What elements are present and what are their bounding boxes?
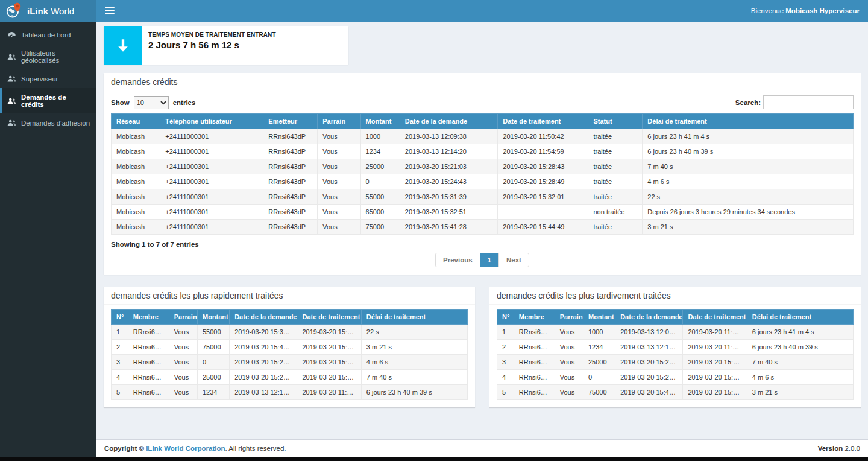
table-header-row: N°MembreParrainMontantDate de la demande… <box>112 310 468 325</box>
column-header[interactable]: Membre <box>514 310 555 325</box>
column-header[interactable]: Montant <box>360 114 400 129</box>
table-cell: 3 m 21 s <box>643 220 854 235</box>
column-header[interactable]: Date de traitement <box>683 310 747 325</box>
sidebar-item-utilisateurs-geolocalises[interactable]: Utilisateurs géolocalisés <box>0 44 96 69</box>
column-header[interactable]: Date de traitement <box>498 114 588 129</box>
footer: Copyright © iLink World Corporation. All… <box>96 439 868 457</box>
table-cell: 25000 <box>360 159 400 174</box>
table-cell: Mobicash <box>112 144 160 159</box>
table-cell: 7 m 40 s <box>361 370 467 385</box>
table-cell: 4 <box>497 370 514 385</box>
table-cell: 2019-03-20 15:32:01 <box>498 189 588 205</box>
sidebar-item-tableau-de-bord[interactable]: Tableau de bord <box>0 25 96 44</box>
rapidement-traitees-table: N°MembreParrainMontantDate de la demande… <box>111 309 468 400</box>
table-cell: 2019-03-20 15:31:39 <box>400 189 497 205</box>
panel-tardivement-traitees: demandes crédits les plus tardivement tr… <box>489 287 861 407</box>
panel-title: demandes crédits les plus tardivement tr… <box>489 287 861 305</box>
table-cell: 2019-03-20 15:28:49 <box>297 355 361 370</box>
table-cell: 0 <box>197 355 229 370</box>
table-cell: RRnsi643dP <box>128 325 169 340</box>
table-cell: Vous <box>318 220 360 235</box>
column-header[interactable]: Date de la demande <box>400 114 497 129</box>
sidebar-item-superviseur[interactable]: Superviseur <box>0 69 96 88</box>
table-cell: 75000 <box>197 340 229 355</box>
table-cell <box>498 205 588 220</box>
column-header[interactable]: Réseau <box>112 114 160 129</box>
column-header[interactable]: Statut <box>588 114 643 129</box>
table-cell: 2019-03-20 15:28:43 <box>683 355 747 370</box>
brand-logo[interactable]: iLink World <box>0 0 96 22</box>
column-header[interactable]: N° <box>497 310 514 325</box>
table-cell: RRnsi643dP <box>514 340 555 355</box>
column-header[interactable]: Délai de traitement <box>643 114 854 129</box>
table-cell: traitée <box>588 189 643 205</box>
column-header[interactable]: Parrain <box>318 114 360 129</box>
table-cell: 25000 <box>197 370 229 385</box>
table-cell: 2019-03-20 15:32:01 <box>297 325 361 340</box>
table-cell: RRnsi643dP <box>263 189 318 205</box>
table-row: Mobicash+24111000301RRnsi643dPVous550002… <box>112 189 854 205</box>
table-cell: 2019-03-20 11:54:59 <box>297 385 361 400</box>
entries-label: entries <box>173 99 196 106</box>
tardivement-traitees-table: N°MembreParrainMontantDate de la demande… <box>497 309 854 400</box>
table-cell: Vous <box>555 325 583 340</box>
column-header[interactable]: Membre <box>128 310 169 325</box>
table-cell: 2019-03-13 12:14:20 <box>400 144 497 159</box>
table-row: Mobicash+24111000301RRnsi643dPVous650002… <box>112 205 854 220</box>
company-link[interactable]: iLink World Corporation <box>146 445 225 452</box>
table-cell: RRnsi643dP <box>263 174 318 189</box>
table-header-row: N°MembreParrainMontantDate de la demande… <box>497 310 854 325</box>
table-cell: 0 <box>360 174 400 189</box>
table-cell: 2019-03-20 15:31:39 <box>230 325 297 340</box>
table-cell: RRnsi643dP <box>263 159 318 174</box>
table-cell: 2019-03-20 15:21:03 <box>230 370 297 385</box>
column-header[interactable]: Date de la demande <box>230 310 297 325</box>
table-cell: Vous <box>555 340 583 355</box>
table-cell: Mobicash <box>112 159 160 174</box>
table-cell: RRnsi643dP <box>514 325 555 340</box>
table-cell: RRnsi643dP <box>514 355 555 370</box>
globe-pin-icon <box>5 2 22 19</box>
table-cell: Vous <box>169 355 197 370</box>
table-cell: 2019-03-20 15:24:43 <box>615 370 683 385</box>
column-header[interactable]: Délai de traitement <box>747 310 853 325</box>
table-cell: 2019-03-20 11:54:59 <box>498 144 588 159</box>
table-cell: RRnsi643dP <box>128 370 169 385</box>
table-cell: 2019-03-20 15:24:43 <box>400 174 497 189</box>
column-header[interactable]: Date de la demande <box>615 310 683 325</box>
table-cell: RRnsi643dP <box>263 205 318 220</box>
table-cell: 2019-03-13 12:09:38 <box>400 129 497 144</box>
table-cell: 5 <box>112 385 128 400</box>
column-header[interactable]: Téléphone utilisateur <box>160 114 263 129</box>
column-header[interactable]: Délai de traitement <box>361 310 467 325</box>
pagination-previous-button[interactable]: Previous <box>435 253 480 267</box>
table-cell: 6 jours 23 h 41 m 4 s <box>747 325 853 340</box>
sidebar-item-label: Tableau de bord <box>21 31 71 39</box>
column-header[interactable]: Montant <box>197 310 229 325</box>
table-cell: 1 <box>497 325 514 340</box>
column-header[interactable]: Montant <box>583 310 615 325</box>
panel-title: demandes crédits les plus rapidement tra… <box>104 287 475 305</box>
table-cell: traitée <box>588 159 643 174</box>
hamburger-icon[interactable] <box>105 7 115 14</box>
pagination-next-button[interactable]: Next <box>498 253 529 267</box>
search-input[interactable] <box>763 95 854 109</box>
column-header[interactable]: Emetteur <box>263 114 318 129</box>
table-cell: 55000 <box>197 325 229 340</box>
sidebar-item-demandes-adhesion[interactable]: Demandes d'adhésion <box>0 113 96 132</box>
table-row: 1RRnsi643dPVous550002019-03-20 15:31:392… <box>112 325 468 340</box>
column-header[interactable]: Parrain <box>169 310 197 325</box>
stat-title: TEMPS MOYEN DE TRAITEMENT ENTRANT <box>148 31 276 38</box>
column-header[interactable]: Parrain <box>555 310 583 325</box>
table-cell: 7 m 40 s <box>747 355 853 370</box>
column-header[interactable]: N° <box>112 310 128 325</box>
sidebar-item-demandes-de-credits[interactable]: Demandes de crédits <box>0 88 96 113</box>
column-header[interactable]: Date de traitement <box>297 310 361 325</box>
table-cell: traitée <box>588 174 643 189</box>
table-cell: 3 m 21 s <box>747 385 853 400</box>
table-cell: traitée <box>588 220 643 235</box>
table-cell: Vous <box>555 355 583 370</box>
pagination-page-1-button[interactable]: 1 <box>480 253 499 267</box>
page-length-select[interactable]: 10 <box>134 96 169 109</box>
table-cell: 0 <box>583 370 615 385</box>
